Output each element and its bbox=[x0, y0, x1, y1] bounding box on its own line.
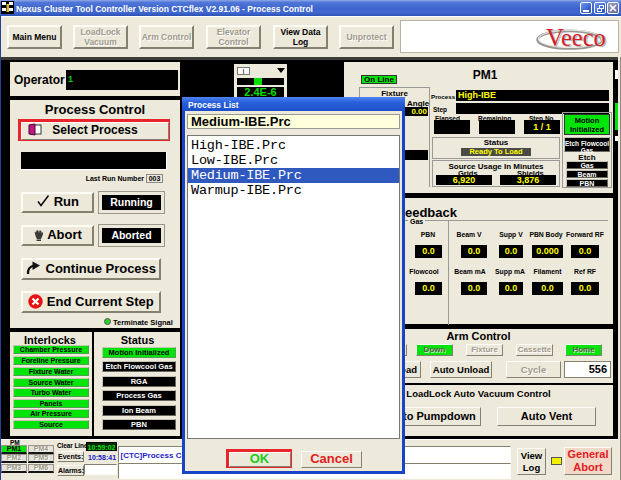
svg-text:Veeco: Veeco bbox=[546, 24, 606, 51]
